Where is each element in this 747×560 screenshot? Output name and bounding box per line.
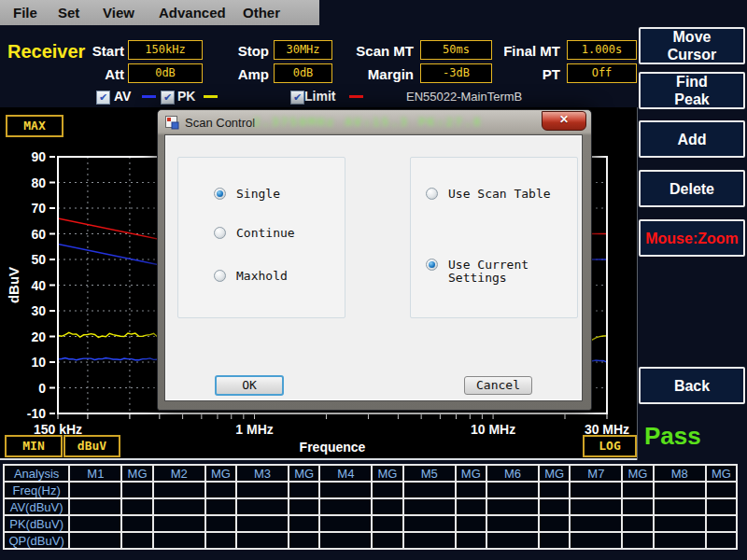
legend-dash-pk [204,95,218,98]
table-row-qpdbuv-cell [319,532,372,549]
table-row-qpdbuv-label: QP(dBuV) [4,532,69,549]
table-row-freqhz-cell [153,482,205,498]
svg-text:80: 80 [31,175,46,190]
field-label-pt: PT [458,65,560,84]
table-row-qpdbuv: QP(dBuV) [4,532,737,549]
table-row-freqhz-cell [706,482,737,498]
radio-maxhold[interactable] [214,270,226,282]
radio-use-scan-table[interactable] [426,188,438,200]
move-cursor-button[interactable]: Move Cursor [639,27,745,64]
x-scale-log-button[interactable]: LOG [583,435,637,457]
table-row-avdbuv-cell [654,498,706,515]
y-max-button[interactable]: MAX [6,115,63,137]
dialog-body: SingleContinueMaxholdUse Scan TableUse C… [164,134,583,401]
checkbox-av[interactable]: ✔ [96,91,110,105]
svg-text:30: 30 [31,303,46,318]
table-header-row: AnalysisM1MGM2MGM3MGM4MGM5MGM6MGM7MGM8MG [4,465,737,482]
radio-continue[interactable] [214,227,226,239]
scan-control-dialog: Scan Control 2.3750MHz AV:15.3 PK:27.8 ✕… [157,109,592,411]
checkbox-label-pk: PK [177,90,195,104]
radio-use-current-settings[interactable] [426,259,438,271]
table-header-row-cell: M5 [403,465,456,482]
table-row-pkdbuv-cell [205,515,236,532]
radio-label-single[interactable]: Single [236,188,280,201]
legend-dash-av [142,95,156,98]
table-header-row-cell: M4 [319,465,372,482]
field-label-margin: Margin [311,65,414,84]
table-row-qpdbuv-cell [153,532,205,549]
table-row-freqhz-cell [69,482,121,498]
radio-label-use-current-settings[interactable]: Use Current Settings [448,259,582,285]
table-row-avdbuv-cell [319,498,372,515]
dialog-title: Scan Control [185,116,255,130]
radio-label-maxhold[interactable]: Maxhold [236,270,288,283]
menu-item-set[interactable]: Set [58,0,79,25]
table-header-row-label: Analysis [4,465,69,482]
scan-source-groupbox [410,157,578,318]
table-row-avdbuv-cell [289,498,319,515]
menu-item-file[interactable]: File [13,0,37,25]
find-peak-button[interactable]: Find Peak [639,72,745,109]
y-min-button[interactable]: MIN [5,435,63,457]
table-row-qpdbuv-cell [706,532,737,549]
table-row-avdbuv-cell [539,498,570,515]
menu-item-advanced[interactable]: Advanced [159,0,226,25]
checkbox-pk[interactable]: ✔ [161,91,175,105]
pass-status-badge: Pass [644,422,701,451]
svg-text:70: 70 [31,201,46,216]
table-row-pkdbuv-cell [69,515,121,532]
field-label-stop: Stop [166,42,269,61]
table-header-row-cell: MG [539,465,570,482]
svg-text:dBuV: dBuV [6,267,21,303]
table-row-avdbuv: AV(dBuV) [4,498,737,515]
table-row-qpdbuv-cell [372,532,402,549]
form-icon [165,116,179,130]
cancel-button[interactable]: Cancel [464,376,532,395]
table-header-row-cell: MG [706,465,737,482]
table-row-qpdbuv-cell [236,532,289,549]
table-row-freqhz-cell [205,482,236,498]
svg-text:Frequence: Frequence [300,440,366,455]
menu-item-other[interactable]: Other [243,0,280,25]
table-row-qpdbuv-cell [289,532,319,549]
radio-label-use-scan-table[interactable]: Use Scan Table [448,188,551,201]
radio-label-continue[interactable]: Continue [236,227,295,240]
checkbox-label-av: AV [114,90,131,104]
checkbox-limit[interactable]: ✔ [290,91,304,105]
blurred-marker-readout: 2.3750MHz AV:15.3 PK:27.8 [253,115,483,129]
table-header-row-cell: MG [289,465,319,482]
table-header-row-cell: MG [456,465,486,482]
table-row-qpdbuv-cell [121,532,152,549]
table-row-freqhz-cell [236,482,289,498]
dialog-title-bar[interactable]: Scan Control 2.3750MHz AV:15.3 PK:27.8 ✕ [158,110,591,134]
radio-single[interactable] [214,188,226,200]
add-button[interactable]: Add [639,120,745,158]
delete-button[interactable]: Delete [639,170,745,207]
field-value-final-mt[interactable]: 1.000s [567,40,637,60]
table-row-avdbuv-cell [706,498,737,515]
table-row-pkdbuv-cell [654,515,706,532]
svg-text:50: 50 [31,252,46,267]
table-header-row-cell: MG [622,465,653,482]
close-icon[interactable]: ✕ [542,111,586,131]
table-row-qpdbuv-cell [486,532,539,549]
y-unit-button[interactable]: dBuV [63,435,120,457]
table-row-avdbuv-cell [236,498,289,515]
field-value-pt[interactable]: Off [567,63,637,83]
svg-text:10 MHz: 10 MHz [471,422,515,437]
ok-button[interactable]: OK [215,375,284,396]
back-button[interactable]: Back [639,367,745,404]
table-row-pkdbuv-cell [236,515,289,532]
table-row-pkdbuv-cell [289,515,319,532]
menu-item-view[interactable]: View [103,0,134,25]
table-row-pkdbuv-cell [570,515,622,532]
table-row-qpdbuv-cell [403,532,456,549]
table-row-qpdbuv-cell [539,532,570,549]
table-row-pkdbuv-cell [153,515,205,532]
table-header-row-cell: M6 [486,465,539,482]
table-row-freqhz-label: Freq(Hz) [4,482,69,498]
svg-text:40: 40 [31,278,46,293]
mouse-zoom-button[interactable]: Mouse:Zoom [639,219,745,257]
table-row-qpdbuv-cell [570,532,622,549]
table-row-freqhz-cell [121,482,152,498]
